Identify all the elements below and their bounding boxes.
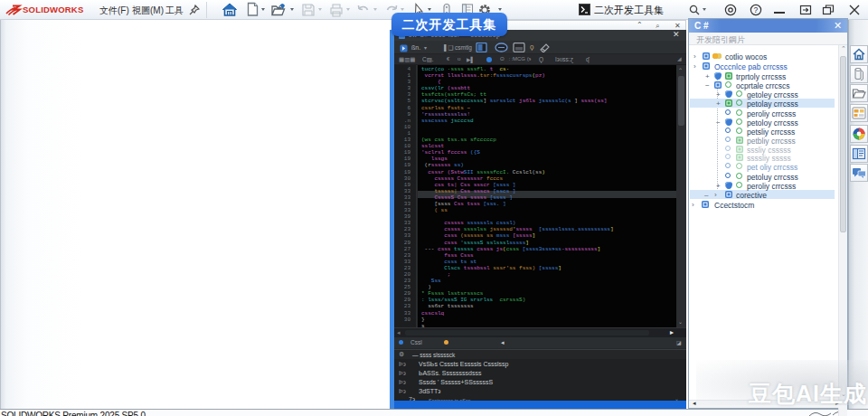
svg-text:SOLIDWORKS: SOLIDWORKS [23,5,83,14]
svg-text:?: ? [753,5,758,14]
